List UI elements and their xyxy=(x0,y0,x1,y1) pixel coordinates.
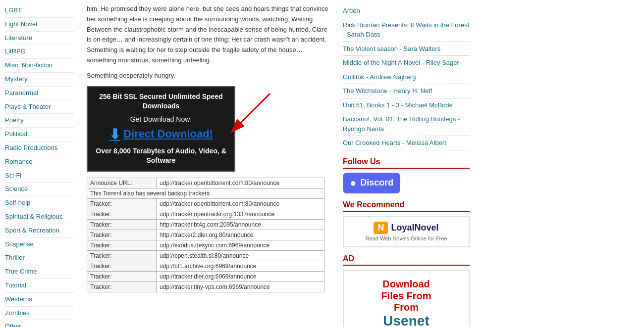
sidebar-link[interactable]: Radio Productions xyxy=(5,141,74,155)
sidebar-link[interactable]: Political xyxy=(5,128,74,141)
sidebar-link[interactable]: Sport & Recreation xyxy=(5,224,74,238)
tracker-row: Tracker:http://tracker.bt4g.com:2095/ann… xyxy=(87,219,324,230)
torrent-table: Announce URL: udp://tracker.openbittorre… xyxy=(87,178,324,292)
tracker-url: udp://bt1.archive.org:6969/announce xyxy=(157,261,324,271)
sidebar-link[interactable]: Poetry xyxy=(5,114,74,128)
recommend-title: We Recommend xyxy=(343,200,470,212)
description-text-2: Something desperately hungry. xyxy=(87,71,329,81)
sidebar-link[interactable]: Thriller xyxy=(5,251,74,265)
ad-title: AD xyxy=(343,254,470,266)
tracker-row: Tracker:udp://tracker.openbittorrent.com… xyxy=(87,198,324,209)
download-section: 256 Bit SSL Secured Unlimited Speed Down… xyxy=(87,86,260,172)
sidebar-link[interactable]: Tutorial xyxy=(5,279,74,293)
ad-line2: Files From xyxy=(351,290,462,302)
sidebar-link[interactable]: LitRPG xyxy=(5,45,74,59)
sidebar-link[interactable]: Plays & Theater xyxy=(5,100,74,114)
sidebar-link[interactable]: Romance xyxy=(5,155,74,169)
discord-icon: ● xyxy=(350,177,356,189)
recent-link[interactable]: Unit 51, Books 1 - 3 - Michael McBride xyxy=(343,98,470,113)
tracker-label: Tracker: xyxy=(87,219,157,230)
backup-text: This Torrent also has several backup tra… xyxy=(87,188,324,198)
recent-link[interactable]: Arden xyxy=(343,4,470,18)
recent-links-section: ArdenRick Riordan Presents: It Waits in … xyxy=(343,4,470,150)
sidebar-link[interactable]: Light Novel xyxy=(5,18,74,32)
tracker-row: Tracker:udp://open.stealth.si:80/announc… xyxy=(87,250,324,261)
svg-line-1 xyxy=(230,93,270,133)
sidebar-link[interactable]: Self-help xyxy=(5,196,74,210)
loyal-novel-tagline: Read Web Novels Online for Free xyxy=(349,235,464,241)
ad-line3-from: From xyxy=(351,302,462,313)
main-content: him. He promised they were alone here, b… xyxy=(79,0,337,327)
recent-link[interactable]: Gollitok - Andrew Najberg xyxy=(343,70,470,85)
backup-row: This Torrent also has several backup tra… xyxy=(87,188,324,198)
loyal-novel-icon: N xyxy=(374,222,388,234)
sidebar-link[interactable]: Mystery xyxy=(5,73,74,87)
recent-link[interactable]: Middle of the Night A Novel - Riley Sage… xyxy=(343,56,470,70)
follow-us-section: Follow Us ● Discord xyxy=(343,157,470,193)
direct-download-button[interactable]: ⬇ Direct Download! xyxy=(93,126,229,142)
recent-link[interactable]: The Witchstone - Henry H. Neff xyxy=(343,84,470,98)
tracker-row: Tracker:udp://exodus.desync.com:6969/ann… xyxy=(87,240,324,250)
sidebar-link[interactable]: Spiritual & Religious xyxy=(5,210,74,224)
download-arrow-icon: ⬇ xyxy=(109,126,120,142)
tracker-url: udp://tracker.tiny-vps.com:6969/announce xyxy=(157,281,324,292)
discord-box[interactable]: ● Discord xyxy=(343,173,400,193)
tracker-row: Tracker:udp://tracker.tiny-vps.com:6969/… xyxy=(87,281,324,292)
tracker-url: udp://tracker.openbittorrent.com:80/anno… xyxy=(157,198,324,209)
tracker-label: Tracker: xyxy=(87,198,157,209)
follow-us-title: Follow Us xyxy=(343,157,470,169)
announce-label: Announce URL: xyxy=(87,178,157,188)
tracker-label: Tracker: xyxy=(87,250,157,261)
tracker-label: Tracker: xyxy=(87,240,157,250)
download-banner[interactable]: 256 Bit SSL Secured Unlimited Speed Down… xyxy=(87,86,235,172)
tracker-url: udp://tracker.opentrackr.org:1337/announ… xyxy=(157,209,324,219)
tracker-row: Tracker:udp://tracker.dler.org:6969/anno… xyxy=(87,271,324,281)
tracker-label: Tracker: xyxy=(87,261,157,271)
sidebar-link[interactable]: Other xyxy=(5,320,74,327)
get-download-text: Get Download Now: xyxy=(93,115,229,123)
sidebar-link[interactable]: Science xyxy=(5,183,74,196)
ssl-text: 256 Bit SSL Secured Unlimited Speed Down… xyxy=(93,92,229,111)
sidebar-link[interactable]: Westerns xyxy=(5,293,74,307)
ad-line1: Download xyxy=(351,278,462,290)
loyal-novel-box[interactable]: N LoyalNovel Read Web Novels Online for … xyxy=(343,216,470,247)
announce-row: Announce URL: udp://tracker.openbittorre… xyxy=(87,178,324,188)
sidebar-link[interactable]: True Crime xyxy=(5,265,74,279)
recent-link[interactable]: The Violent season - Sara Walters xyxy=(343,42,470,56)
sidebar-link[interactable]: Misc. Non-fiction xyxy=(5,59,74,73)
tracker-url: udp://open.stealth.si:80/announce xyxy=(157,250,324,261)
recent-link[interactable]: Our Crooked Hearts - Melissa Albert xyxy=(343,136,470,150)
tracker-label: Tracker: xyxy=(87,281,157,292)
tracker-row: Tracker:udp://bt1.archive.org:6969/annou… xyxy=(87,261,324,271)
ad-line3: Usenet xyxy=(351,313,462,327)
sidebar-link[interactable]: Zombies xyxy=(5,307,74,321)
storage-text: Over 8,000 Terabytes of Audio, Video, & … xyxy=(93,146,229,166)
we-recommend-section: We Recommend N LoyalNovel Read Web Novel… xyxy=(343,200,470,247)
ad-box[interactable]: Download Files From From Usenet xyxy=(343,270,470,327)
tracker-row: Tracker:http://tracker2.dler.org:80/anno… xyxy=(87,230,324,240)
loyal-novel-logo: N LoyalNovel xyxy=(349,222,464,234)
sidebar-link[interactable]: Literature xyxy=(5,32,74,46)
sidebar-link[interactable]: Paranormal xyxy=(5,87,74,100)
announce-url: udp://tracker.openbittorrent.com:80/anno… xyxy=(157,178,324,188)
sidebar-link[interactable]: LGBT xyxy=(5,4,74,18)
recent-link[interactable]: Baccano!, Vol. 01: The Rolling Bootlegs … xyxy=(343,112,470,136)
tracker-url: udp://tracker.dler.org:6969/announce xyxy=(157,271,324,281)
recent-link[interactable]: Rick Riordan Presents: It Waits in the F… xyxy=(343,18,470,42)
ad-section: AD Download Files From From Usenet xyxy=(343,254,470,327)
sidebar-link[interactable]: Suspense xyxy=(5,238,74,252)
left-sidebar: LGBTLight NovelLiteratureLitRPGMisc. Non… xyxy=(0,0,79,327)
loyal-novel-brand: LoyalNovel xyxy=(391,223,438,233)
right-sidebar: ArdenRick Riordan Presents: It Waits in … xyxy=(337,0,476,327)
tracker-url: udp://exodus.desync.com:6969/announce xyxy=(157,240,324,250)
tracker-url: http://tracker2.dler.org:80/announce xyxy=(157,230,324,240)
tracker-label: Tracker: xyxy=(87,230,157,240)
discord-text: Discord xyxy=(360,178,393,188)
tracker-row: Tracker:udp://tracker.opentrackr.org:133… xyxy=(87,209,324,219)
red-arrow-icon xyxy=(220,91,280,150)
sidebar-link[interactable]: Sci-Fi xyxy=(5,169,74,183)
description-text: him. He promised they were alone here, b… xyxy=(87,4,329,66)
tracker-url: http://tracker.bt4g.com:2095/announce xyxy=(157,219,324,230)
tracker-label: Tracker: xyxy=(87,209,157,219)
tracker-label: Tracker: xyxy=(87,271,157,281)
